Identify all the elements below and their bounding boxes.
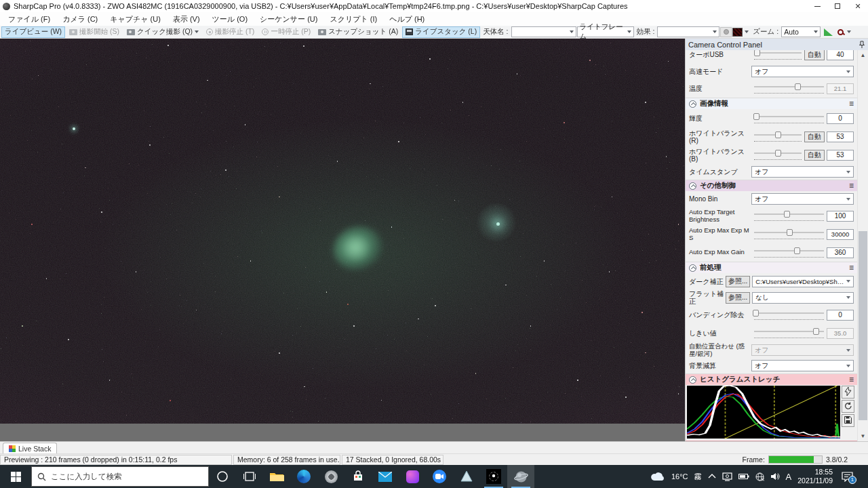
menu-camera[interactable]: カメラ (C) [57,12,103,26]
save-stretch-button[interactable] [842,414,854,427]
slider-Auto Exp Max Exp M S[interactable] [751,229,827,239]
scrollbar-thumb[interactable] [859,231,867,420]
auto-button[interactable]: 自動 [804,131,825,142]
panel-scrollbar[interactable]: ▲ ▼ [857,50,868,441]
slider-輝度[interactable] [751,113,827,123]
menu-scripting[interactable]: スクリプト (I) [324,12,382,26]
magnifier-icon[interactable] [837,29,844,35]
slider-track[interactable] [754,113,824,120]
auto-button[interactable]: 自動 [804,50,825,60]
value-box[interactable]: 30000 [827,229,854,240]
slider-ホワイトバランス(B)[interactable] [751,150,804,160]
zoom-app-button[interactable] [426,465,453,488]
value-box[interactable]: 40 [827,50,854,60]
tray-expand-chevron-icon[interactable] [708,474,716,479]
slider-track[interactable] [754,328,824,335]
snapshot-button[interactable]: スナップショット (A) [315,26,401,38]
value-box[interactable]: 53 [827,150,854,161]
reset-stretch-button[interactable] [842,400,854,413]
network-globe-icon[interactable]: ✕ [755,472,764,481]
file-select-フラット補正[interactable]: なし [752,292,854,304]
file-select-ダーク補正[interactable]: C:¥Users¥user¥Desktop¥Sh… [752,276,854,287]
slider-thumb[interactable] [784,211,790,218]
astro-app-button[interactable] [480,465,507,488]
value-box[interactable]: 53 [827,131,854,142]
selection-tool-button[interactable] [720,27,732,37]
select-自動位置合わせ (惑星/銀河)[interactable]: オフ [751,344,854,356]
slider-Auto Exp Max Gain[interactable] [751,247,827,258]
image-viewport[interactable] [0,39,685,424]
live-stack-button[interactable]: ライブスタック (L) [402,26,480,38]
live-view-button[interactable]: ライブビュー (W) [1,26,65,38]
slider-thumb[interactable] [795,83,801,90]
app-spiral-button[interactable] [317,465,344,488]
collapse-icon[interactable] [689,182,696,190]
slider-しきい値[interactable] [751,328,827,338]
value-box[interactable]: 0 [827,113,854,124]
select-Mono Bin[interactable]: オフ [751,193,854,205]
section-menu-icon[interactable]: ≡ [849,100,854,108]
slider-thumb[interactable] [813,328,819,335]
auto-button[interactable]: 自動 [804,150,825,161]
menu-tools[interactable]: ツール (O) [207,12,253,26]
slider-thumb[interactable] [787,229,793,236]
object-name-combo[interactable] [511,26,576,37]
menu-sequencer[interactable]: シーケンサー (U) [254,12,323,26]
select-背景減算[interactable]: オフ [751,360,854,371]
bayer-pattern-button[interactable] [732,28,743,37]
tray-weather-kanji[interactable]: 霧 [694,472,702,482]
slider-track[interactable] [754,247,824,254]
pin-icon[interactable] [859,41,865,49]
slider-track[interactable] [754,50,802,56]
slider-ホワイトバランス(R)[interactable] [751,131,804,142]
cortana-button[interactable] [209,465,236,488]
scroll-up-icon[interactable]: ▲ [858,50,868,60]
slider-track[interactable] [754,131,802,138]
slider-thumb[interactable] [753,310,759,317]
paint3d-button[interactable] [399,465,426,488]
live-stack-tab[interactable]: Live Stack [3,443,57,453]
collapse-icon[interactable] [689,100,696,108]
histogram-canvas[interactable] [687,386,840,439]
menu-capture[interactable]: キャプチャ (U) [104,12,166,26]
browse-button[interactable]: 参照... [726,292,750,304]
collapse-icon[interactable] [689,376,696,384]
slider-thumb[interactable] [775,131,781,138]
value-box[interactable]: 0 [827,310,854,321]
value-box[interactable]: 100 [827,211,854,222]
minimize-button[interactable] [807,0,827,12]
value-box[interactable]: 35.0 [827,328,854,339]
notes-app-button[interactable] [453,465,480,488]
sharpcap-app-button[interactable] [507,465,534,488]
browse-button[interactable]: 参照... [726,276,750,287]
taskbar-search-input[interactable]: ここに入力して検索 [31,466,209,487]
select-高速モード[interactable]: オフ [751,66,854,77]
edge-button[interactable] [290,465,317,488]
section-menu-icon[interactable]: ≡ [849,375,854,384]
slider-Auto Exp Target Brightness[interactable] [751,211,827,221]
maximize-button[interactable] [827,0,848,12]
slider-温度[interactable] [751,83,827,94]
scroll-down-icon[interactable]: ▼ [858,431,868,441]
histogram-icon[interactable] [824,28,833,36]
select-タイムスタンプ[interactable]: オフ [751,166,854,178]
slider-thumb[interactable] [754,50,760,56]
store-button[interactable] [344,465,372,488]
start-capture-button[interactable]: 撮影開始 (S) [66,26,123,38]
menu-view[interactable]: 表示 (V) [167,12,205,26]
collapse-icon[interactable] [689,264,696,272]
stop-capture-button[interactable]: 撮影停止 (T) [203,26,258,38]
close-button[interactable]: ✕ [848,0,868,12]
slider-track[interactable] [754,150,802,157]
pause-button[interactable]: 一時停止 (P) [258,26,314,38]
cast-device-icon[interactable] [722,472,732,481]
auto-stretch-button[interactable] [842,386,854,399]
start-button[interactable] [0,465,31,488]
menu-help[interactable]: ヘルプ (H) [384,12,430,26]
taskbar-clock[interactable]: 18:55 2021/11/09 [797,468,833,485]
speaker-icon[interactable] [770,472,780,481]
weather-cloud-icon[interactable] [650,472,665,481]
slider-thumb[interactable] [775,150,781,157]
slider-track[interactable] [754,211,824,218]
mail-button[interactable] [372,465,399,488]
